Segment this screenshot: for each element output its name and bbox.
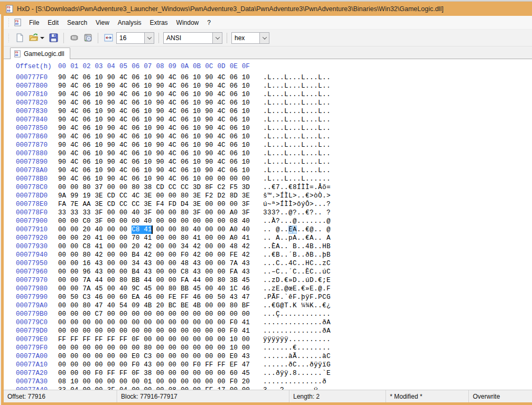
hex-byte[interactable]: 44: [95, 276, 107, 285]
hex-byte[interactable]: CD: [156, 183, 169, 192]
ascii-char[interactable]: .: [276, 378, 280, 386]
ascii-char[interactable]: .: [314, 234, 318, 242]
open-file-button[interactable]: [27, 32, 40, 44]
ascii-char[interactable]: 4: [288, 259, 293, 268]
ascii-char[interactable]: .: [263, 82, 267, 90]
ascii-char[interactable]: .: [267, 352, 272, 361]
ascii-char[interactable]: .: [280, 149, 284, 158]
ascii-char[interactable]: E: [293, 285, 297, 293]
hex-byte[interactable]: 90: [205, 107, 217, 116]
hex-byte[interactable]: 90: [156, 141, 169, 149]
ascii-char[interactable]: .: [263, 149, 267, 158]
hex-byte[interactable]: FF: [205, 386, 217, 390]
ascii-char[interactable]: .: [326, 335, 331, 344]
ascii-char[interactable]: .: [326, 141, 331, 149]
hex-byte[interactable]: 00: [144, 327, 156, 335]
ascii-char[interactable]: .: [267, 318, 272, 327]
ascii-char[interactable]: à: [288, 352, 293, 361]
hex-byte[interactable]: 47: [242, 361, 254, 369]
ascii-char[interactable]: 8: [293, 183, 297, 192]
hex-byte[interactable]: 1C: [230, 285, 242, 293]
hex-byte[interactable]: 00: [156, 293, 169, 302]
ascii-char[interactable]: .: [297, 133, 301, 141]
ascii-char[interactable]: L: [301, 90, 305, 99]
tab-gamelogic-dll[interactable]: FD A0 GameLogic.dll: [10, 48, 70, 59]
ascii-char[interactable]: G: [276, 302, 280, 310]
hex-byte[interactable]: 00: [70, 369, 82, 378]
ascii-char[interactable]: .: [276, 386, 280, 390]
ascii-char[interactable]: .: [267, 378, 272, 386]
ascii-char[interactable]: 4: [305, 242, 310, 251]
hex-byte[interactable]: 42: [193, 251, 205, 259]
ascii-char[interactable]: @: [284, 285, 288, 293]
hex-byte[interactable]: 50: [217, 293, 229, 302]
ascii-char[interactable]: L: [267, 73, 272, 82]
hex-byte[interactable]: 00: [82, 310, 95, 318]
hex-byte[interactable]: 00: [58, 242, 70, 251]
hex-byte[interactable]: 80: [132, 183, 144, 192]
hex-byte[interactable]: 06: [132, 90, 144, 99]
hex-byte[interactable]: 00: [242, 310, 254, 318]
ascii-char[interactable]: Í: [280, 192, 284, 200]
hex-byte[interactable]: 00: [144, 335, 156, 344]
ascii-char[interactable]: .: [297, 107, 301, 116]
hex-byte[interactable]: 90: [107, 107, 119, 116]
hex-byte[interactable]: 4C: [217, 133, 229, 141]
hex-byte[interactable]: 06: [82, 99, 95, 107]
ascii-char[interactable]: L: [301, 149, 305, 158]
hex-byte[interactable]: 4C: [119, 166, 132, 175]
hex-byte[interactable]: 06: [82, 149, 95, 158]
hex-byte[interactable]: 43: [242, 259, 254, 268]
ascii-char[interactable]: .: [310, 335, 314, 344]
ascii-char[interactable]: .: [322, 344, 326, 352]
hex-byte[interactable]: 00: [132, 327, 144, 335]
ascii-char[interactable]: .: [280, 378, 284, 386]
hex-byte[interactable]: 90: [205, 158, 217, 166]
hex-byte[interactable]: FA: [181, 276, 193, 285]
ascii-char[interactable]: .: [305, 141, 310, 149]
hex-byte[interactable]: 00: [205, 242, 217, 251]
hex-byte[interactable]: EF: [230, 361, 242, 369]
hex-byte[interactable]: C3: [82, 293, 95, 302]
ascii-char[interactable]: .: [284, 327, 288, 335]
ascii-char[interactable]: A: [276, 234, 280, 242]
hex-byte[interactable]: CC: [119, 192, 132, 200]
ascii-char[interactable]: ´: [288, 251, 293, 259]
ascii-char[interactable]: >: [293, 200, 297, 209]
ascii-char[interactable]: ÿ: [276, 335, 280, 344]
hex-byte[interactable]: CC: [119, 200, 132, 209]
hex-byte[interactable]: 20: [82, 225, 95, 234]
hex-byte[interactable]: 00: [95, 318, 107, 327]
ascii-char[interactable]: .: [314, 133, 318, 141]
hex-byte[interactable]: 00: [205, 378, 217, 386]
hex-byte[interactable]: 00: [58, 268, 70, 276]
ascii-char[interactable]: F: [293, 293, 297, 302]
hex-byte[interactable]: CD: [107, 200, 119, 209]
ascii-char[interactable]: .: [263, 99, 267, 107]
hex-byte[interactable]: 90: [58, 82, 70, 90]
ascii-char[interactable]: .: [267, 259, 272, 268]
hex-byte[interactable]: 96: [82, 268, 95, 276]
hex-byte[interactable]: 06: [82, 175, 95, 183]
hex-byte[interactable]: 90: [58, 158, 70, 166]
hex-byte[interactable]: 10: [95, 149, 107, 158]
ascii-char[interactable]: F: [326, 285, 331, 293]
ascii-char[interactable]: ÿ: [305, 293, 310, 302]
hex-byte[interactable]: 10: [144, 133, 156, 141]
ascii-char[interactable]: .: [297, 124, 301, 133]
ascii-char[interactable]: .: [314, 369, 318, 378]
hex-byte[interactable]: 3E: [193, 192, 205, 200]
hex-byte[interactable]: 00: [95, 352, 107, 361]
ascii-char[interactable]: .: [297, 285, 301, 293]
hex-byte[interactable]: 4C: [217, 158, 229, 166]
ascii-char[interactable]: .: [314, 217, 318, 225]
hex-byte[interactable]: 80: [82, 302, 95, 310]
ascii-char[interactable]: €: [272, 183, 276, 192]
hex-byte[interactable]: 00: [169, 327, 181, 335]
ascii-char[interactable]: ?: [276, 209, 280, 217]
ascii-char[interactable]: .: [280, 183, 284, 192]
ascii-char[interactable]: .: [322, 200, 326, 209]
ascii-char[interactable]: A: [293, 234, 297, 242]
hex-byte[interactable]: FF: [107, 335, 119, 344]
ascii-char[interactable]: .: [318, 251, 322, 259]
